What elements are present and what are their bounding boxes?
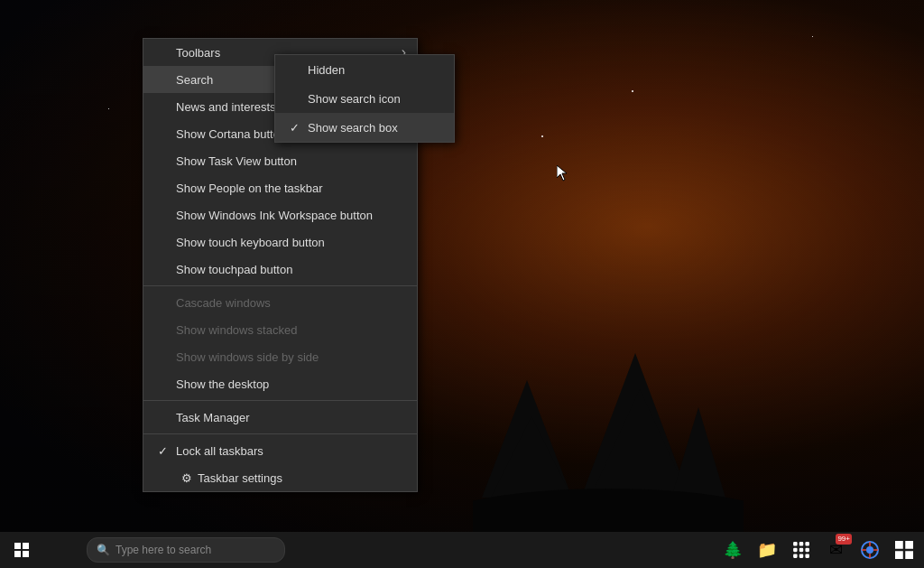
menu-item-sidebyside: Show windows side by side — [143, 343, 417, 370]
taskbar-search-icon: 🔍 — [97, 544, 110, 556]
search-submenu: Hidden Show search icon ✓ Show search bo… — [274, 54, 455, 143]
divider-2 — [143, 400, 417, 401]
menu-item-desktop[interactable]: Show the desktop — [143, 370, 417, 397]
search-label: Search — [176, 73, 213, 87]
taskmanager-label: Task Manager — [176, 411, 250, 424]
menu-item-taskview[interactable]: Show Task View button — [143, 147, 417, 174]
svg-rect-12 — [14, 551, 21, 557]
lock-check-mark: ✓ — [158, 444, 172, 458]
cortana-label: Show Cortana button — [176, 127, 286, 141]
notification-badge: 99+ — [836, 534, 852, 545]
taskbar-icon-tree[interactable]: 🌲 — [716, 532, 749, 568]
star — [541, 135, 543, 137]
taskbar: 🔍 Type here to search 🌲 📁 ✉ 9 — [0, 532, 924, 568]
start-button[interactable] — [0, 532, 43, 568]
svg-point-24 — [866, 546, 873, 554]
svg-rect-18 — [799, 548, 803, 552]
tree-silhouettes — [473, 335, 744, 534]
menu-item-touchpad[interactable]: Show touchpad button — [143, 256, 417, 283]
submenu-item-hidden[interactable]: Hidden — [275, 55, 454, 84]
svg-marker-6 — [671, 407, 725, 498]
taskbar-system-icons: 🌲 📁 ✉ 99+ — [716, 532, 924, 568]
menu-item-locktaskbars[interactable]: ✓ Lock all taskbars — [143, 437, 417, 464]
taskbar-search-bar[interactable]: 🔍 Type here to search — [87, 537, 285, 563]
menu-item-stacked: Show windows stacked — [143, 316, 417, 343]
taskview-label: Show Task View button — [176, 154, 297, 168]
touchpad-label: Show touchpad button — [176, 263, 292, 276]
news-label: News and interests — [176, 100, 276, 114]
gear-icon: ⚙ — [181, 471, 192, 485]
taskbar-icon-mail[interactable]: ✉ 99+ — [819, 532, 852, 568]
sidebyside-label: Show windows side by side — [176, 350, 319, 364]
svg-rect-22 — [805, 554, 808, 557]
svg-rect-15 — [799, 542, 803, 545]
desktop-label: Show the desktop — [176, 377, 269, 391]
svg-rect-19 — [805, 548, 808, 552]
star — [108, 108, 109, 109]
svg-point-8 — [473, 489, 744, 534]
show-icon-label: Show search icon — [308, 92, 401, 106]
people-label: Show People on the taskbar — [176, 182, 323, 195]
divider-1 — [143, 285, 417, 286]
submenu-item-show-box[interactable]: ✓ Show search box — [275, 113, 454, 142]
divider-3 — [143, 433, 417, 434]
winkworkspace-label: Show Windows Ink Workspace button — [176, 209, 373, 222]
folder-taskbar-icon: 📁 — [757, 540, 777, 560]
star — [812, 36, 813, 37]
stacked-label: Show windows stacked — [176, 323, 297, 337]
svg-rect-25 — [895, 541, 903, 549]
tree-taskbar-icon: 🌲 — [723, 540, 743, 560]
svg-rect-27 — [895, 551, 903, 559]
show-box-label: Show search box — [308, 121, 398, 135]
taskbar-icon-windows[interactable] — [888, 532, 920, 568]
menu-item-cascade: Cascade windows — [143, 289, 417, 316]
background-overlay — [0, 0, 924, 568]
toolbars-label: Toolbars — [176, 46, 220, 60]
apps-grid-icon — [792, 541, 810, 559]
hidden-label: Hidden — [308, 63, 345, 77]
taskbar-icon-chrome[interactable] — [854, 532, 886, 568]
chrome-icon — [861, 541, 879, 559]
menu-item-winkworkspace[interactable]: Show Windows Ink Workspace button — [143, 201, 417, 228]
svg-rect-21 — [799, 554, 803, 557]
menu-item-people[interactable]: Show People on the taskbar — [143, 174, 417, 201]
svg-rect-11 — [23, 543, 29, 549]
show-box-check: ✓ — [290, 121, 304, 135]
taskbarsettings-label: Taskbar settings — [198, 471, 282, 485]
menu-item-taskmanager[interactable]: Task Manager — [143, 404, 417, 431]
taskbar-search-text: Type here to search — [116, 544, 211, 556]
star — [632, 90, 633, 92]
svg-rect-17 — [793, 548, 797, 552]
svg-rect-14 — [793, 542, 797, 545]
svg-rect-13 — [23, 551, 29, 557]
svg-rect-10 — [14, 543, 21, 549]
svg-rect-26 — [905, 541, 913, 549]
taskbar-icon-apps[interactable] — [785, 532, 818, 568]
windows-taskbar-icon — [895, 541, 913, 559]
taskbar-icon-folder[interactable]: 📁 — [751, 532, 783, 568]
svg-rect-28 — [905, 551, 913, 559]
touchkeyboard-label: Show touch keyboard button — [176, 236, 325, 249]
submenu-item-show-icon[interactable]: Show search icon — [275, 84, 454, 113]
svg-rect-16 — [805, 542, 808, 545]
menu-item-touchkeyboard[interactable]: Show touch keyboard button — [143, 228, 417, 256]
svg-rect-20 — [793, 554, 797, 557]
locktaskbars-label: Lock all taskbars — [176, 444, 263, 458]
cascade-label: Cascade windows — [176, 296, 271, 310]
menu-item-taskbarsettings[interactable]: ⚙ Taskbar settings — [143, 464, 417, 491]
